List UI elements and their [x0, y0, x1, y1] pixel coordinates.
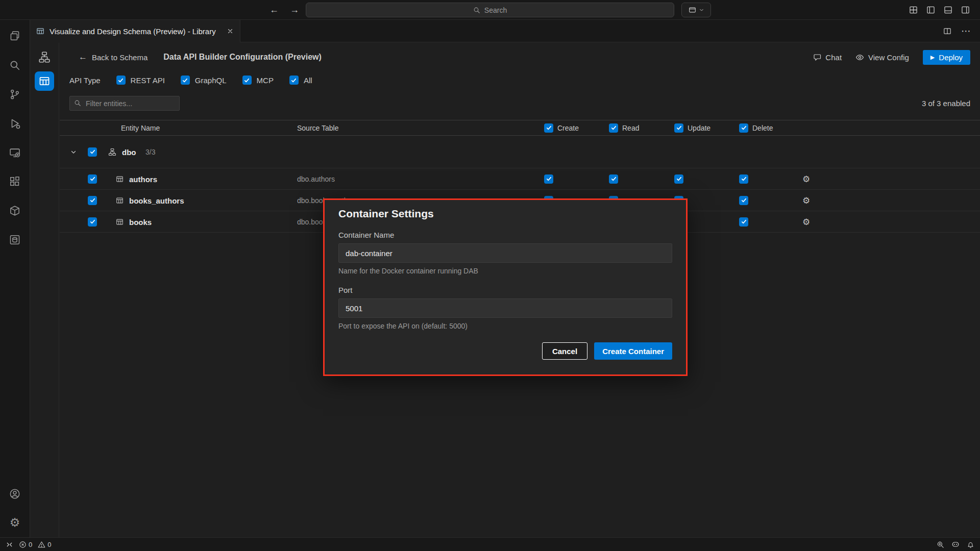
mcp-checkbox[interactable]: [242, 76, 252, 85]
source-control-icon[interactable]: [0, 80, 30, 109]
package-cube-icon[interactable]: [0, 196, 30, 225]
create-checkbox[interactable]: [544, 174, 553, 184]
entity-name: books_authors: [129, 196, 184, 205]
error-count: 0: [29, 541, 32, 548]
table-row-authors: authors dbo.authors ⚙: [60, 168, 980, 190]
search-view-icon[interactable]: [0, 51, 30, 80]
schema-view-button[interactable]: [36, 48, 53, 66]
back-to-schema-link[interactable]: ← Back to Schema: [79, 52, 148, 62]
group-checkbox[interactable]: [88, 147, 97, 157]
create-label: Create: [557, 124, 579, 132]
create-all-checkbox[interactable]: [544, 123, 553, 133]
back-label: Back to Schema: [92, 53, 148, 62]
activity-bar: ⚙: [0, 20, 30, 537]
search-icon: [473, 7, 480, 14]
delete-all-checkbox[interactable]: [739, 123, 748, 133]
problems-errors[interactable]: 0: [19, 541, 32, 548]
header-update: Update: [674, 123, 710, 133]
run-debug-icon[interactable]: [0, 109, 30, 138]
all-label: All: [304, 76, 312, 85]
settings-gear-icon[interactable]: ⚙: [0, 508, 30, 537]
filter-option-all[interactable]: All: [289, 76, 312, 85]
collapse-chevron-icon[interactable]: [70, 148, 77, 156]
schema-icon: [108, 148, 116, 156]
search-label: Search: [484, 6, 507, 14]
tab-close-icon[interactable]: [227, 28, 234, 35]
container-name-label: Container Name: [338, 231, 672, 239]
notifications-bell-icon[interactable]: [967, 541, 974, 548]
tab-title: Visualize and Design Schema (Preview) - …: [50, 27, 222, 36]
toolbar-actions: Chat View Config ▶ Deploy: [813, 50, 970, 65]
table-config-icon: [39, 76, 50, 87]
account-icon[interactable]: [0, 479, 30, 508]
port-label: Port: [338, 286, 672, 294]
remote-explorer-icon[interactable]: [0, 138, 30, 167]
row-checkbox[interactable]: [88, 174, 97, 184]
graphql-checkbox[interactable]: [181, 76, 190, 85]
status-bar-left: 0 0: [6, 541, 51, 548]
zoom-icon[interactable]: [937, 541, 944, 548]
command-search-box[interactable]: Search: [306, 3, 674, 17]
enabled-summary: 3 of 3 enabled: [922, 99, 970, 108]
schema-hierarchy-icon: [38, 51, 51, 63]
row-settings-gear-icon[interactable]: ⚙: [802, 217, 810, 226]
read-checkbox[interactable]: [609, 174, 618, 184]
cancel-button[interactable]: Cancel: [542, 342, 587, 360]
remote-indicator-icon[interactable]: [6, 541, 13, 548]
toggle-panel-icon[interactable]: [944, 6, 952, 14]
header-read: Read: [609, 123, 639, 133]
port-input[interactable]: [338, 298, 672, 318]
table-header-row: Entity Name Source Table Create Read Upd…: [60, 120, 980, 136]
header-create: Create: [544, 123, 579, 133]
header-entity-name: Entity Name: [121, 124, 160, 132]
row-checkbox[interactable]: [88, 196, 97, 205]
row-checkbox[interactable]: [88, 217, 97, 227]
editor-tab-bar: Visualize and Design Schema (Preview) - …: [30, 20, 980, 42]
entity-filter-input[interactable]: [69, 96, 180, 111]
deploy-button[interactable]: ▶ Deploy: [923, 50, 970, 65]
read-all-checkbox[interactable]: [609, 123, 618, 133]
toggle-secondary-sidebar-icon[interactable]: [961, 6, 970, 14]
filter-search-icon: [74, 99, 81, 107]
delete-checkbox[interactable]: [739, 217, 748, 227]
problems-warnings[interactable]: 0: [38, 541, 51, 548]
forward-arrow-icon[interactable]: →: [290, 5, 299, 15]
toggle-sidebar-icon[interactable]: [926, 6, 935, 14]
title-bar: ← → Search: [0, 0, 980, 20]
container-name-input[interactable]: [338, 243, 672, 263]
more-actions-icon[interactable]: ⋯: [961, 26, 971, 36]
chat-button[interactable]: Chat: [813, 53, 842, 62]
split-editor-icon[interactable]: [943, 27, 951, 35]
row-settings-gear-icon[interactable]: ⚙: [802, 196, 810, 205]
row-settings-gear-icon[interactable]: ⚙: [802, 174, 810, 183]
all-checkbox[interactable]: [289, 76, 299, 85]
dialog-title: Container Settings: [338, 208, 672, 220]
back-arrow-icon: ←: [79, 52, 87, 62]
update-checkbox[interactable]: [674, 174, 683, 184]
tab-visualize-schema[interactable]: Visualize and Design Schema (Preview) - …: [30, 20, 240, 42]
dab-config-view-button[interactable]: [35, 71, 54, 91]
entity-source: dbo.authors: [297, 175, 335, 183]
layout-dropdown-button[interactable]: [681, 3, 711, 17]
rest-api-checkbox[interactable]: [116, 76, 126, 85]
customize-layout-icon[interactable]: [909, 6, 918, 14]
table-icon: [116, 196, 124, 204]
back-arrow-icon[interactable]: ←: [270, 5, 279, 15]
extensions-icon[interactable]: [0, 167, 30, 196]
filter-option-graphql[interactable]: GraphQL: [181, 76, 227, 85]
create-container-button[interactable]: Create Container: [594, 342, 672, 360]
database-project-icon[interactable]: [0, 225, 30, 254]
delete-checkbox[interactable]: [739, 174, 748, 184]
filter-option-rest[interactable]: REST API: [116, 76, 165, 85]
api-type-label: API Type: [69, 76, 101, 85]
update-all-checkbox[interactable]: [674, 123, 683, 133]
gear-glyph: ⚙: [10, 517, 20, 529]
view-config-button[interactable]: View Config: [855, 53, 909, 62]
status-bar: 0 0: [0, 537, 980, 551]
view-config-label: View Config: [868, 53, 909, 62]
delete-checkbox[interactable]: [739, 196, 748, 205]
explorer-icon[interactable]: [0, 21, 30, 51]
filter-option-mcp[interactable]: MCP: [242, 76, 274, 85]
window-icon: [689, 6, 696, 14]
copilot-icon[interactable]: [951, 540, 960, 548]
